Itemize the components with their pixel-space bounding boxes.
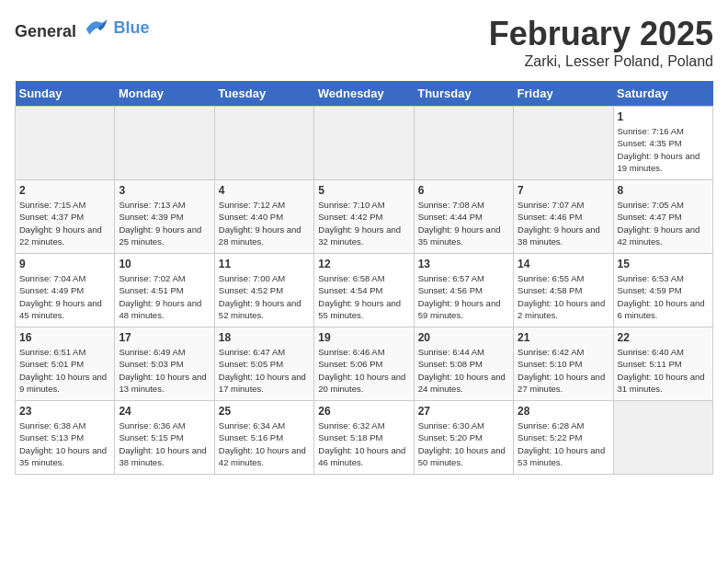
calendar-header-row: SundayMondayTuesdayWednesdayThursdayFrid… (16, 81, 713, 107)
calendar-cell (214, 107, 313, 180)
calendar-cell: 20Sunrise: 6:44 AM Sunset: 5:08 PM Dayli… (414, 327, 513, 401)
day-number: 9 (19, 258, 110, 270)
day-of-week-header: Tuesday (214, 81, 313, 107)
calendar-week-row: 1Sunrise: 7:16 AM Sunset: 4:35 PM Daylig… (16, 107, 713, 180)
day-info: Sunrise: 6:40 AM Sunset: 5:11 PM Dayligh… (618, 346, 709, 395)
calendar-cell: 19Sunrise: 6:46 AM Sunset: 5:06 PM Dayli… (314, 327, 414, 401)
day-number: 24 (119, 405, 210, 418)
day-number: 18 (219, 331, 310, 344)
day-number: 25 (219, 405, 310, 418)
day-number: 28 (518, 405, 609, 418)
day-info: Sunrise: 7:04 AM Sunset: 4:49 PM Dayligh… (19, 272, 110, 321)
calendar-cell: 6Sunrise: 7:08 AM Sunset: 4:44 PM Daylig… (414, 180, 513, 254)
day-info: Sunrise: 7:07 AM Sunset: 4:46 PM Dayligh… (518, 199, 609, 247)
day-number: 2 (19, 184, 110, 197)
day-info: Sunrise: 6:44 AM Sunset: 5:08 PM Dayligh… (418, 346, 509, 395)
day-number: 17 (119, 331, 210, 344)
day-number: 1 (618, 110, 709, 123)
calendar-cell: 16Sunrise: 6:51 AM Sunset: 5:01 PM Dayli… (16, 327, 115, 401)
day-info: Sunrise: 6:47 AM Sunset: 5:05 PM Dayligh… (219, 346, 310, 395)
calendar-cell: 13Sunrise: 6:57 AM Sunset: 4:56 PM Dayli… (414, 254, 513, 327)
calendar-cell (514, 107, 613, 180)
calendar-cell: 22Sunrise: 6:40 AM Sunset: 5:11 PM Dayli… (613, 327, 712, 401)
day-number: 11 (219, 258, 310, 270)
day-number: 14 (518, 258, 609, 270)
calendar-cell: 15Sunrise: 6:53 AM Sunset: 4:59 PM Dayli… (613, 254, 712, 327)
calendar-cell: 2Sunrise: 7:15 AM Sunset: 4:37 PM Daylig… (16, 180, 115, 254)
calendar-cell: 27Sunrise: 6:30 AM Sunset: 5:20 PM Dayli… (414, 401, 513, 475)
day-number: 26 (318, 405, 409, 418)
calendar-cell: 3Sunrise: 7:13 AM Sunset: 4:39 PM Daylig… (115, 180, 214, 254)
calendar-subtitle: Zarki, Lesser Poland, Poland (489, 53, 713, 70)
day-info: Sunrise: 6:28 AM Sunset: 5:22 PM Dayligh… (518, 419, 609, 468)
day-number: 5 (318, 184, 409, 197)
calendar-cell: 23Sunrise: 6:38 AM Sunset: 5:13 PM Dayli… (16, 401, 115, 475)
day-info: Sunrise: 6:49 AM Sunset: 5:03 PM Dayligh… (119, 346, 210, 395)
day-info: Sunrise: 6:30 AM Sunset: 5:20 PM Dayligh… (418, 419, 509, 468)
day-info: Sunrise: 7:02 AM Sunset: 4:51 PM Dayligh… (119, 272, 210, 321)
logo-general-text: General (15, 22, 76, 40)
day-of-week-header: Sunday (16, 81, 115, 107)
calendar-title: February 2025 (489, 15, 713, 53)
calendar-cell: 12Sunrise: 6:58 AM Sunset: 4:54 PM Dayli… (314, 254, 414, 327)
calendar-cell: 11Sunrise: 7:00 AM Sunset: 4:52 PM Dayli… (214, 254, 313, 327)
calendar-cell: 4Sunrise: 7:12 AM Sunset: 4:40 PM Daylig… (214, 180, 313, 254)
calendar-week-row: 23Sunrise: 6:38 AM Sunset: 5:13 PM Dayli… (16, 401, 713, 475)
day-of-week-header: Saturday (613, 81, 712, 107)
calendar-cell: 10Sunrise: 7:02 AM Sunset: 4:51 PM Dayli… (115, 254, 214, 327)
calendar-cell: 25Sunrise: 6:34 AM Sunset: 5:16 PM Dayli… (214, 401, 313, 475)
day-number: 13 (418, 258, 509, 270)
day-of-week-header: Thursday (414, 81, 513, 107)
calendar-cell (314, 107, 414, 180)
day-number: 23 (19, 405, 110, 418)
calendar-cell: 7Sunrise: 7:07 AM Sunset: 4:46 PM Daylig… (514, 180, 613, 254)
day-info: Sunrise: 7:00 AM Sunset: 4:52 PM Dayligh… (219, 272, 310, 321)
calendar-week-row: 9Sunrise: 7:04 AM Sunset: 4:49 PM Daylig… (16, 254, 713, 327)
day-number: 19 (318, 331, 409, 344)
calendar-cell (16, 107, 115, 180)
day-number: 3 (119, 184, 210, 197)
day-info: Sunrise: 7:12 AM Sunset: 4:40 PM Dayligh… (219, 199, 310, 247)
day-number: 20 (418, 331, 509, 344)
day-of-week-header: Wednesday (314, 81, 414, 107)
day-info: Sunrise: 6:46 AM Sunset: 5:06 PM Dayligh… (318, 346, 409, 395)
calendar-cell (414, 107, 513, 180)
day-number: 21 (518, 331, 609, 344)
day-number: 8 (618, 184, 709, 197)
title-area: February 2025 Zarki, Lesser Poland, Pola… (489, 15, 713, 70)
day-info: Sunrise: 6:55 AM Sunset: 4:58 PM Dayligh… (518, 272, 609, 321)
day-info: Sunrise: 7:15 AM Sunset: 4:37 PM Dayligh… (19, 199, 110, 247)
day-info: Sunrise: 7:08 AM Sunset: 4:44 PM Dayligh… (418, 199, 509, 247)
calendar-cell: 8Sunrise: 7:05 AM Sunset: 4:47 PM Daylig… (613, 180, 712, 254)
logo-blue-text: Blue (114, 18, 150, 37)
logo: General Blue (15, 15, 150, 41)
day-number: 12 (318, 258, 409, 270)
calendar-cell (613, 401, 712, 475)
day-info: Sunrise: 6:36 AM Sunset: 5:15 PM Dayligh… (119, 419, 210, 468)
calendar-cell (115, 107, 214, 180)
day-number: 10 (119, 258, 210, 270)
day-info: Sunrise: 6:34 AM Sunset: 5:16 PM Dayligh… (219, 419, 310, 468)
day-number: 22 (618, 331, 709, 344)
calendar-cell: 21Sunrise: 6:42 AM Sunset: 5:10 PM Dayli… (514, 327, 613, 401)
day-number: 6 (418, 184, 509, 197)
day-info: Sunrise: 6:32 AM Sunset: 5:18 PM Dayligh… (318, 419, 409, 468)
day-of-week-header: Monday (115, 81, 214, 107)
day-number: 15 (618, 258, 709, 270)
header: General Blue February 2025 Zarki, Lesser… (15, 15, 713, 70)
day-info: Sunrise: 7:13 AM Sunset: 4:39 PM Dayligh… (119, 199, 210, 247)
day-number: 16 (19, 331, 110, 344)
calendar-cell: 28Sunrise: 6:28 AM Sunset: 5:22 PM Dayli… (514, 401, 613, 475)
calendar-cell: 14Sunrise: 6:55 AM Sunset: 4:58 PM Dayli… (514, 254, 613, 327)
day-info: Sunrise: 6:42 AM Sunset: 5:10 PM Dayligh… (518, 346, 609, 395)
day-info: Sunrise: 7:10 AM Sunset: 4:42 PM Dayligh… (318, 199, 409, 247)
day-info: Sunrise: 7:05 AM Sunset: 4:47 PM Dayligh… (618, 199, 709, 247)
calendar-cell: 18Sunrise: 6:47 AM Sunset: 5:05 PM Dayli… (214, 327, 313, 401)
calendar-table: SundayMondayTuesdayWednesdayThursdayFrid… (15, 81, 713, 475)
day-number: 27 (418, 405, 509, 418)
day-info: Sunrise: 7:16 AM Sunset: 4:35 PM Dayligh… (618, 125, 709, 174)
day-number: 4 (219, 184, 310, 197)
calendar-week-row: 16Sunrise: 6:51 AM Sunset: 5:01 PM Dayli… (16, 327, 713, 401)
calendar-cell: 5Sunrise: 7:10 AM Sunset: 4:42 PM Daylig… (314, 180, 414, 254)
day-info: Sunrise: 6:57 AM Sunset: 4:56 PM Dayligh… (418, 272, 509, 321)
